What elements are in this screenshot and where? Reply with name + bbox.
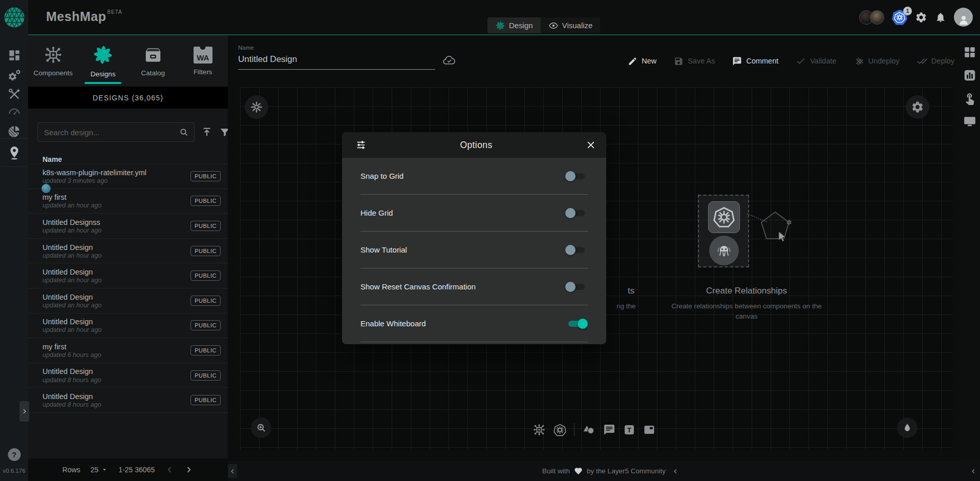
next-page-button[interactable]: [184, 465, 194, 474]
app-version: v0.6.176: [0, 468, 28, 474]
panel-tabs: Components Designs Catalog WA Filters: [28, 35, 228, 87]
airbrush-button[interactable]: [897, 417, 918, 438]
collaborator-avatars[interactable]: [859, 10, 884, 25]
gauge-icon: [7, 104, 22, 118]
collapse-dock-chevron[interactable]: [969, 464, 978, 478]
undeploy-button[interactable]: Undeploy: [854, 56, 900, 66]
rail-item-lifecycle[interactable]: [7, 68, 22, 82]
previous-page-button[interactable]: [165, 465, 174, 474]
rows-per-page-select[interactable]: 25: [91, 466, 109, 474]
design-row[interactable]: k8s-wasm-plugin-ratelimiter.yml updated …: [28, 164, 228, 189]
bar-chart-icon: [963, 69, 976, 82]
comment-button[interactable]: Comment: [732, 56, 778, 66]
close-options-button[interactable]: [586, 140, 596, 150]
design-row[interactable]: Untitled Designss updated an hour ago PU…: [28, 214, 228, 239]
designs-section-header: DESIGNS (36,065): [28, 87, 228, 109]
design-row[interactable]: Untitled Design updated an hour ago PUBL…: [28, 288, 228, 313]
sidebar-tab-catalog[interactable]: Catalog: [128, 35, 178, 87]
option-label: Show Tutorial: [360, 245, 407, 254]
toggle-show-reset-canvas-confirmation[interactable]: [565, 281, 588, 292]
tab-visualize[interactable]: Visualize: [541, 17, 601, 33]
new-button[interactable]: New: [628, 56, 656, 66]
design-updated: updated 8 hours ago: [42, 401, 101, 408]
notifications-button[interactable]: [935, 12, 946, 23]
deploy-label: Deploy: [931, 57, 954, 65]
sidebar-tab-components[interactable]: Components: [28, 35, 78, 87]
tab-label: Filters: [194, 68, 212, 76]
app-logo[interactable]: [0, 0, 28, 34]
eye-icon: [548, 20, 559, 31]
header-actions: 1: [859, 0, 973, 34]
collaborator-avatar-2[interactable]: [870, 10, 884, 25]
design-row[interactable]: Untitled Design updated an hour ago PUBL…: [28, 239, 228, 264]
design-row[interactable]: Untitled Design updated 8 hours ago PUBL…: [28, 388, 228, 413]
image-icon: [643, 424, 655, 436]
dock-interact-button[interactable]: [963, 92, 976, 105]
canvas-settings-button[interactable]: [906, 95, 929, 119]
option-row: Show Reset Canvas Confirmation: [360, 268, 588, 305]
design-name: my first: [42, 193, 101, 202]
catalog-drawer-icon: [143, 45, 163, 65]
help-button[interactable]: ?: [8, 448, 20, 461]
dock-dashboard-button[interactable]: [963, 46, 976, 59]
kubernetes-tool-button[interactable]: [553, 424, 566, 436]
dock-display-button[interactable]: [963, 115, 976, 128]
canvas-toolbar: New Save As Comment Validate Undeploy: [628, 56, 954, 66]
options-modal-title: Options: [367, 140, 586, 151]
dashboard-grid-icon: [963, 46, 976, 59]
presence-avatar: [41, 184, 51, 193]
design-row[interactable]: Untitled Design updated 8 hours ago PUBL…: [28, 363, 228, 388]
media-tool-button[interactable]: [643, 424, 655, 436]
rail-divider: [0, 138, 28, 139]
cluster-wheel-button[interactable]: [245, 95, 268, 119]
toggle-enable-whiteboard[interactable]: [565, 318, 588, 329]
profile-avatar[interactable]: [954, 8, 973, 27]
option-label: Hide Grid: [360, 208, 393, 217]
import-design-button[interactable]: [201, 127, 212, 138]
comment-icon: [603, 424, 615, 436]
design-row[interactable]: Untitled Design updated an hour ago PUBL…: [28, 263, 228, 288]
design-row[interactable]: Untitled Design updated an hour ago PUBL…: [28, 313, 228, 339]
tab-design[interactable]: Design: [487, 17, 541, 33]
deploy-button[interactable]: Deploy: [917, 56, 954, 66]
comment-tool-button[interactable]: [603, 424, 615, 436]
toggle-hide-grid[interactable]: [565, 207, 588, 219]
option-label: Enable Whiteboard: [360, 319, 426, 328]
rail-item-meshmap[interactable]: [8, 145, 21, 160]
sidebar-tab-designs[interactable]: Designs: [78, 35, 129, 87]
text-tool-button[interactable]: T: [623, 424, 635, 436]
expand-right-panel-chevron[interactable]: [671, 464, 680, 478]
design-name: Untitled Design: [42, 292, 101, 302]
sidebar-tab-filters[interactable]: WA Filters: [178, 35, 228, 87]
rail-item-dashboard[interactable]: [8, 49, 21, 62]
save-as-label: Save As: [688, 57, 715, 65]
kubernetes-component-tile: [708, 201, 740, 233]
design-updated: updated an hour ago: [42, 326, 101, 333]
search-icon: [179, 127, 189, 137]
floppy-icon: [674, 56, 684, 66]
save-as-button[interactable]: Save As: [674, 56, 715, 66]
design-row[interactable]: my first updated 6 hours ago PUBLIC: [28, 338, 228, 363]
chevron-left-icon: [165, 465, 174, 474]
rail-item-performance[interactable]: [7, 104, 22, 118]
expand-rail-button[interactable]: [19, 401, 29, 422]
toggle-show-tutorial[interactable]: [565, 244, 588, 256]
rail-item-toolkit[interactable]: [8, 88, 21, 101]
toggle-snap-to-grid[interactable]: [565, 171, 588, 182]
visibility-badge: PUBLIC: [190, 246, 221, 256]
tools-icon: [8, 88, 21, 101]
design-row[interactable]: my first updated an hour ago PUBLIC: [28, 189, 228, 214]
rail-item-mesh[interactable]: [7, 124, 22, 139]
monitor-icon: [963, 115, 976, 128]
zoom-in-button[interactable]: [251, 417, 271, 438]
validate-button[interactable]: Validate: [796, 56, 836, 66]
dock-analytics-button[interactable]: [963, 69, 976, 82]
add-component-button[interactable]: [532, 423, 546, 436]
search-design-input[interactable]: [44, 128, 179, 137]
visibility-badge: PUBLIC: [190, 320, 221, 330]
tab-label: Designs: [91, 70, 116, 78]
kubernetes-context-button[interactable]: 1: [892, 10, 907, 25]
shapes-tool-button[interactable]: [582, 423, 595, 436]
settings-button[interactable]: [915, 11, 927, 24]
design-name-input[interactable]: [238, 54, 435, 70]
